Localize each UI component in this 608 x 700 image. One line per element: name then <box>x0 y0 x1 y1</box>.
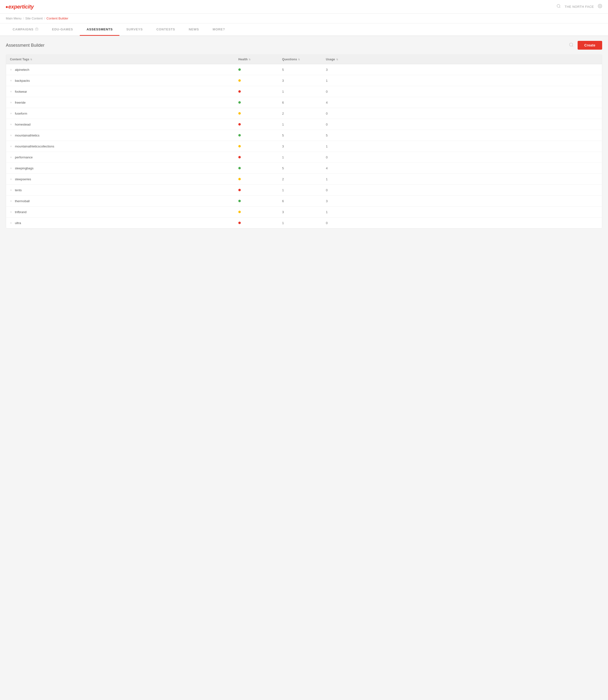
col-header-usage[interactable]: Usage ⇅ <box>326 58 370 61</box>
tab-more[interactable]: MORE? <box>206 24 232 36</box>
health-dot-alpinetech <box>238 68 241 71</box>
tab-campaigns-label: CAMPAIGNS <box>13 27 34 31</box>
expand-icon-performance[interactable]: + <box>10 155 12 159</box>
row-name-ultra: ultra <box>15 221 21 225</box>
row-health-mountainathleticscollections <box>238 144 282 148</box>
row-questions-performance: 1 <box>282 155 326 159</box>
table-row: + mountainathleticscollections 3 1 <box>6 141 602 152</box>
tab-assessments-label: ASSESSMENTS <box>87 27 113 31</box>
svg-point-2 <box>600 5 601 7</box>
search-button[interactable] <box>568 41 575 49</box>
svg-line-5 <box>572 45 573 47</box>
row-usage-tents: 0 <box>326 188 370 192</box>
row-name-alpinetech: alpinetech <box>15 68 29 72</box>
breadcrumb-sep-1: / <box>23 17 24 20</box>
tab-more-label: MORE? <box>212 27 225 31</box>
table-row: + freeride 6 4 <box>6 97 602 108</box>
expand-icon-tents[interactable]: + <box>10 188 12 192</box>
breadcrumb-site-content[interactable]: Site Content <box>25 17 43 20</box>
row-health-fuseform <box>238 111 282 115</box>
breadcrumb-sep-2: / <box>44 17 45 20</box>
table-row: + tnfbrand 3 1 <box>6 206 602 218</box>
col-usage-label: Usage <box>326 58 335 61</box>
table-row: + homestead 1 0 <box>6 119 602 130</box>
logo-text: experticity <box>6 4 34 10</box>
row-name-tents: tents <box>15 188 22 192</box>
row-expand-homestead: + homestead <box>10 123 238 126</box>
row-questions-mountainathleticscollections: 3 <box>282 145 326 148</box>
search-icon[interactable] <box>556 4 561 10</box>
tab-campaigns[interactable]: CAMPAIGNS <box>6 23 45 36</box>
breadcrumb-main-menu[interactable]: Main Menu <box>6 17 21 20</box>
row-expand-thermoball: + thermoball <box>10 199 238 203</box>
row-expand-fuseform: + fuseform <box>10 111 238 115</box>
nav-tabs: CAMPAIGNS EDU-GAMES ASSESSMENTS SURVEYS … <box>0 23 608 36</box>
expand-icon-thermoball[interactable]: + <box>10 199 12 203</box>
row-expand-tnfbrand: + tnfbrand <box>10 210 238 214</box>
expand-icon-freeride[interactable]: + <box>10 100 12 104</box>
breadcrumb-content-builder[interactable]: Content Builder <box>46 17 68 20</box>
row-expand-performance: + performance <box>10 155 238 159</box>
health-dot-thermoball <box>238 200 241 202</box>
row-usage-mountainathletics: 5 <box>326 133 370 137</box>
svg-point-4 <box>569 43 572 46</box>
col-header-questions[interactable]: Questions ⇅ <box>282 58 326 61</box>
row-health-homestead <box>238 123 282 126</box>
col-header-content-tags[interactable]: Content Tags ⇅ <box>10 58 238 61</box>
expand-icon-mountainathletics[interactable]: + <box>10 133 12 137</box>
row-health-tnfbrand <box>238 210 282 214</box>
expand-icon-sleepingbags[interactable]: + <box>10 166 12 170</box>
tab-news-label: NEWS <box>189 27 199 31</box>
expand-icon-ultra[interactable]: + <box>10 221 12 225</box>
row-usage-mountainathleticscollections: 1 <box>326 145 370 148</box>
row-name-fuseform: fuseform <box>15 112 27 115</box>
col-content-tags-label: Content Tags <box>10 58 29 61</box>
row-expand-mountainathleticscollections: + mountainathleticscollections <box>10 144 238 148</box>
expand-icon-steepseries[interactable]: + <box>10 177 12 181</box>
row-health-thermoball <box>238 199 282 203</box>
row-usage-thermoball: 3 <box>326 199 370 203</box>
row-questions-alpinetech: 5 <box>282 68 326 72</box>
expand-icon-mountainathleticscollections[interactable]: + <box>10 144 12 148</box>
row-questions-sleepingbags: 5 <box>282 166 326 170</box>
expand-icon-tnfbrand[interactable]: + <box>10 210 12 214</box>
row-questions-footwear: 1 <box>282 90 326 93</box>
col-header-empty <box>370 58 598 61</box>
health-dot-mountainathletics <box>238 134 241 136</box>
row-expand-alpinetech: + alpinetech <box>10 68 238 72</box>
row-questions-steepseries: 2 <box>282 177 326 181</box>
col-questions-label: Questions <box>282 58 297 61</box>
row-health-footwear <box>238 90 282 93</box>
expand-icon-alpinetech[interactable]: + <box>10 68 12 72</box>
tab-contests[interactable]: CONTESTS <box>150 24 182 36</box>
app-header: experticity THE NORTH FACE <box>0 0 608 14</box>
row-usage-ultra: 0 <box>326 221 370 225</box>
tab-edu-games[interactable]: EDU-GAMES <box>45 24 80 36</box>
row-health-sleepingbags <box>238 166 282 170</box>
expand-icon-backpacks[interactable]: + <box>10 79 12 82</box>
expand-icon-footwear[interactable]: + <box>10 90 12 93</box>
health-dot-footwear <box>238 90 241 93</box>
create-button[interactable]: Create <box>577 41 602 50</box>
sort-icon-questions: ⇅ <box>298 58 300 61</box>
toolbar-right: Create <box>568 41 602 50</box>
expand-icon-homestead[interactable]: + <box>10 123 12 126</box>
brand-name: THE NORTH FACE <box>565 5 594 8</box>
table-row: + footwear 1 0 <box>6 86 602 97</box>
tab-edu-games-label: EDU-GAMES <box>52 27 73 31</box>
settings-icon[interactable] <box>598 4 602 10</box>
row-expand-footwear: + footwear <box>10 90 238 93</box>
campaigns-icon <box>35 27 38 31</box>
row-usage-alpinetech: 3 <box>326 68 370 72</box>
health-dot-sleepingbags <box>238 167 241 169</box>
expand-icon-fuseform[interactable]: + <box>10 111 12 115</box>
tab-news[interactable]: NEWS <box>182 24 206 36</box>
logo: experticity <box>6 4 34 10</box>
col-header-health[interactable]: Health ⇅ <box>238 58 282 61</box>
tab-surveys[interactable]: SURVEYS <box>119 24 150 36</box>
row-expand-ultra: + ultra <box>10 221 238 225</box>
table-row: + mountainathletics 5 5 <box>6 130 602 141</box>
row-expand-sleepingbags: + sleepingbags <box>10 166 238 170</box>
tab-assessments[interactable]: ASSESSMENTS <box>80 24 119 36</box>
main-content: Assessment Builder Create Content Tags ⇅… <box>0 36 608 233</box>
